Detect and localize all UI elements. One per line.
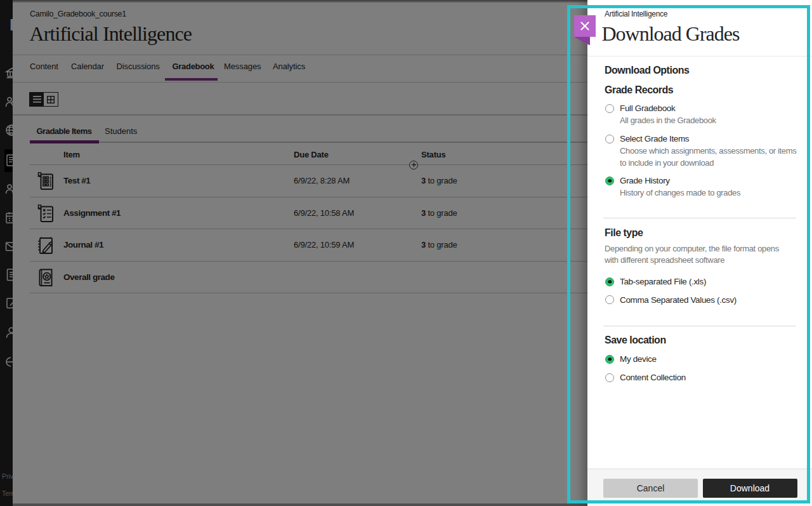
file-type-description: Depending on your computer, the file for…	[605, 243, 789, 266]
radio-csv[interactable]: Comma Separated Values (.csv)	[605, 295, 737, 305]
panel-title: Download Grades	[602, 22, 740, 46]
bottom-edge-shadow	[13, 503, 587, 506]
radio-circle[interactable]	[605, 104, 614, 113]
option-label: Full Gradebook	[620, 103, 675, 113]
option-label: Select Grade Items	[620, 134, 689, 143]
option-label: Content Collection	[620, 373, 686, 382]
section-divider	[603, 218, 796, 218]
radio-content-collection[interactable]: Content Collection	[605, 373, 686, 382]
grade-history-description: History of changes made to grades	[620, 187, 800, 199]
section-divider	[603, 326, 796, 326]
option-label: Grade History	[620, 176, 670, 185]
panel-footer: Cancel Download	[587, 469, 812, 506]
option-label: My device	[620, 354, 657, 364]
radio-grade-history[interactable]: Grade History	[605, 176, 670, 185]
top-edge-shadow	[13, 0, 587, 3]
radio-circle-checked[interactable]	[605, 277, 614, 286]
save-location-heading: Save location	[605, 335, 666, 346]
radio-circle[interactable]	[605, 373, 614, 382]
panel-header: Artificial Intelligence Download Grades	[587, 0, 812, 57]
option-label: Tab-separated File (.xls)	[620, 277, 706, 286]
radio-select-grade-items[interactable]: Select Grade Items	[605, 134, 689, 143]
full-gradebook-description: All grades in the Gradebook	[620, 115, 800, 127]
select-grade-items-description: Choose which assignments, assessments, o…	[620, 145, 800, 169]
cancel-button[interactable]: Cancel	[603, 479, 698, 498]
radio-circle[interactable]	[605, 135, 614, 143]
file-type-heading: File type	[605, 227, 643, 239]
radio-circle-checked[interactable]	[605, 355, 614, 364]
radio-my-device[interactable]: My device	[605, 354, 657, 364]
radio-circle-checked[interactable]	[605, 176, 614, 185]
radio-xls[interactable]: Tab-separated File (.xls)	[605, 277, 706, 286]
radio-full-gradebook[interactable]: Full Gradebook	[605, 103, 675, 113]
panel-body: Download Options Grade Records Full Grad…	[587, 57, 812, 468]
radio-circle[interactable]	[605, 295, 614, 304]
download-grades-panel: Artificial Intelligence Download Grades …	[587, 0, 812, 506]
panel-context-title: Artificial Intelligence	[605, 10, 667, 18]
option-label: Comma Separated Values (.csv)	[620, 295, 737, 305]
modal-scrim[interactable]	[0, 0, 587, 506]
screen: B	[0, 0, 812, 506]
download-button[interactable]: Download	[703, 479, 797, 498]
download-options-heading: Download Options	[605, 65, 689, 76]
grade-records-heading: Grade Records	[605, 84, 673, 96]
